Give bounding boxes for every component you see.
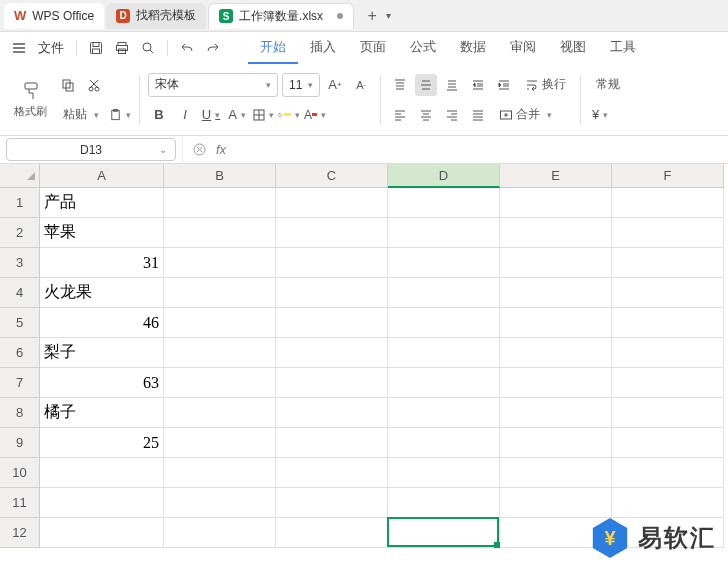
cut-icon[interactable] bbox=[83, 74, 105, 96]
cell[interactable]: 梨子 bbox=[40, 338, 164, 368]
tab-workbook[interactable]: S 工作簿数量.xlsx bbox=[208, 3, 354, 29]
tab-add-button[interactable]: + bbox=[360, 4, 384, 28]
cell[interactable] bbox=[612, 338, 724, 368]
cell[interactable] bbox=[500, 488, 612, 518]
row-header[interactable]: 9 bbox=[0, 428, 40, 458]
cell[interactable] bbox=[164, 278, 276, 308]
cell[interactable] bbox=[388, 188, 500, 218]
cell[interactable] bbox=[500, 338, 612, 368]
font-color-button[interactable]: A▾ bbox=[304, 104, 326, 126]
underline-button[interactable]: U▾ bbox=[200, 104, 222, 126]
cell[interactable] bbox=[500, 188, 612, 218]
cell[interactable] bbox=[40, 458, 164, 488]
cell[interactable] bbox=[40, 488, 164, 518]
format-painter-button[interactable]: 格式刷 bbox=[8, 72, 53, 128]
ribbon-tab[interactable]: 审阅 bbox=[498, 32, 548, 64]
cell[interactable] bbox=[276, 518, 388, 548]
cell[interactable]: 橘子 bbox=[40, 398, 164, 428]
cell[interactable]: 46 bbox=[40, 308, 164, 338]
ribbon-tab[interactable]: 视图 bbox=[548, 32, 598, 64]
cell[interactable] bbox=[388, 248, 500, 278]
ribbon-tab[interactable]: 页面 bbox=[348, 32, 398, 64]
undo-icon[interactable] bbox=[176, 37, 198, 59]
cell[interactable] bbox=[500, 308, 612, 338]
ribbon-tab[interactable]: 开始 bbox=[248, 32, 298, 64]
column-header[interactable]: E bbox=[500, 164, 612, 188]
align-bottom-icon[interactable] bbox=[441, 74, 463, 96]
cell[interactable] bbox=[612, 398, 724, 428]
row-header[interactable]: 12 bbox=[0, 518, 40, 548]
cell[interactable] bbox=[388, 518, 500, 548]
select-all-corner[interactable] bbox=[0, 164, 40, 188]
cell[interactable] bbox=[164, 488, 276, 518]
cell[interactable] bbox=[612, 458, 724, 488]
fx-icon[interactable]: fx bbox=[216, 142, 226, 157]
align-middle-icon[interactable] bbox=[415, 74, 437, 96]
cell[interactable] bbox=[388, 218, 500, 248]
menu-hamburger-icon[interactable] bbox=[8, 37, 30, 59]
cell[interactable] bbox=[276, 188, 388, 218]
row-header[interactable]: 7 bbox=[0, 368, 40, 398]
cell[interactable] bbox=[612, 428, 724, 458]
row-header[interactable]: 2 bbox=[0, 218, 40, 248]
cell[interactable] bbox=[388, 278, 500, 308]
font-name-select[interactable]: 宋体▾ bbox=[148, 73, 278, 97]
tab-wps-home[interactable]: W WPS Office bbox=[4, 3, 104, 29]
cell[interactable] bbox=[164, 398, 276, 428]
cell[interactable] bbox=[388, 398, 500, 428]
decrease-font-icon[interactable]: A- bbox=[350, 74, 372, 96]
cell[interactable] bbox=[612, 218, 724, 248]
decrease-indent-icon[interactable] bbox=[467, 74, 489, 96]
cell[interactable]: 产品 bbox=[40, 188, 164, 218]
cell[interactable] bbox=[164, 428, 276, 458]
cell[interactable] bbox=[500, 278, 612, 308]
cell[interactable] bbox=[276, 218, 388, 248]
formula-bar[interactable]: fx bbox=[182, 136, 728, 163]
row-header[interactable]: 4 bbox=[0, 278, 40, 308]
borders-button[interactable]: ▾ bbox=[252, 104, 274, 126]
cell[interactable] bbox=[164, 188, 276, 218]
cell[interactable] bbox=[164, 218, 276, 248]
cell[interactable] bbox=[276, 278, 388, 308]
name-box[interactable]: D13 ⌄ bbox=[6, 138, 176, 161]
cell[interactable] bbox=[500, 398, 612, 428]
row-header[interactable]: 11 bbox=[0, 488, 40, 518]
row-header[interactable]: 6 bbox=[0, 338, 40, 368]
align-left-icon[interactable] bbox=[389, 104, 411, 126]
number-format-select[interactable]: 常规 bbox=[589, 73, 627, 97]
currency-button[interactable]: ¥▾ bbox=[589, 104, 611, 126]
bold-button[interactable]: B bbox=[148, 104, 170, 126]
cell[interactable] bbox=[164, 308, 276, 338]
cell[interactable]: 31 bbox=[40, 248, 164, 278]
column-header[interactable]: A bbox=[40, 164, 164, 188]
ribbon-tab[interactable]: 公式 bbox=[398, 32, 448, 64]
clipboard-options-icon[interactable]: ▾ bbox=[109, 104, 131, 126]
cell[interactable] bbox=[500, 428, 612, 458]
cell[interactable] bbox=[276, 458, 388, 488]
cell[interactable] bbox=[612, 248, 724, 278]
cell[interactable] bbox=[276, 308, 388, 338]
print-preview-icon[interactable] bbox=[137, 37, 159, 59]
cell[interactable] bbox=[612, 308, 724, 338]
ribbon-tab[interactable]: 数据 bbox=[448, 32, 498, 64]
font-style-button[interactable]: A▾ bbox=[226, 104, 248, 126]
cell[interactable] bbox=[164, 518, 276, 548]
paste-button[interactable]: 粘贴▾ bbox=[57, 103, 105, 127]
cell[interactable]: 63 bbox=[40, 368, 164, 398]
cell[interactable] bbox=[500, 218, 612, 248]
cell[interactable] bbox=[388, 308, 500, 338]
ribbon-tab[interactable]: 插入 bbox=[298, 32, 348, 64]
menu-file[interactable]: 文件 bbox=[34, 39, 68, 57]
cell[interactable] bbox=[500, 248, 612, 278]
italic-button[interactable]: I bbox=[174, 104, 196, 126]
cell[interactable] bbox=[388, 458, 500, 488]
cell[interactable] bbox=[276, 368, 388, 398]
print-icon[interactable] bbox=[111, 37, 133, 59]
cell[interactable]: 25 bbox=[40, 428, 164, 458]
cell[interactable] bbox=[164, 368, 276, 398]
cell[interactable] bbox=[500, 458, 612, 488]
copy-icon[interactable] bbox=[57, 74, 79, 96]
cell[interactable] bbox=[276, 398, 388, 428]
cell[interactable] bbox=[612, 488, 724, 518]
increase-indent-icon[interactable] bbox=[493, 74, 515, 96]
